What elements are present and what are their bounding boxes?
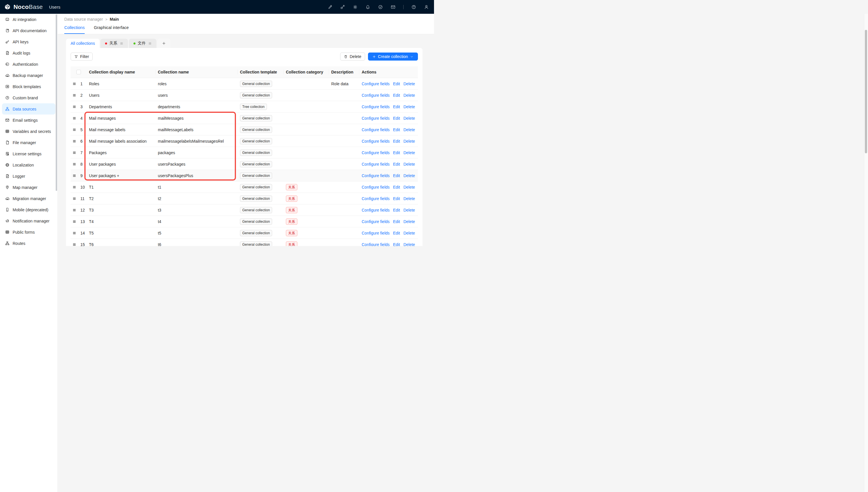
action-delete[interactable]: Delete xyxy=(403,208,415,213)
action-configure-fields[interactable]: Configure fields xyxy=(362,185,390,190)
menu-icon[interactable] xyxy=(148,42,152,45)
drag-handle-icon[interactable] xyxy=(71,174,78,178)
menu-icon[interactable] xyxy=(120,42,123,45)
action-configure-fields[interactable]: Configure fields xyxy=(362,139,390,144)
action-delete[interactable]: Delete xyxy=(403,231,415,236)
sidebar-item-variables-and-secrets[interactable]: Variables and secrets xyxy=(2,126,55,137)
action-edit[interactable]: Edit xyxy=(393,93,400,98)
action-delete[interactable]: Delete xyxy=(403,242,415,246)
delete-button[interactable]: Delete xyxy=(340,52,365,60)
sidebar-item-api-keys[interactable]: API keys xyxy=(2,36,55,47)
create-collection-button[interactable]: Create collection xyxy=(368,52,418,60)
highlighter-icon[interactable] xyxy=(327,5,332,9)
action-edit[interactable]: Edit xyxy=(393,81,400,86)
action-edit[interactable]: Edit xyxy=(393,173,400,178)
action-delete[interactable]: Delete xyxy=(403,173,415,178)
drag-handle-icon[interactable] xyxy=(71,82,78,86)
action-delete[interactable]: Delete xyxy=(403,150,415,155)
sidebar-item-file-manager[interactable]: File manager xyxy=(2,137,55,148)
sidebar-item-backup-manager[interactable]: Backup manager xyxy=(2,70,55,81)
action-edit[interactable]: Edit xyxy=(393,196,400,201)
action-delete[interactable]: Delete xyxy=(403,185,415,190)
sidebar-item-authentication[interactable]: Authentication xyxy=(2,58,55,70)
sidebar-item-map-manager[interactable]: Map manager xyxy=(2,182,55,193)
action-configure-fields[interactable]: Configure fields xyxy=(362,231,390,236)
action-edit[interactable]: Edit xyxy=(393,242,400,246)
action-configure-fields[interactable]: Configure fields xyxy=(362,208,390,213)
category-tab-all-collections[interactable]: All collections xyxy=(66,39,100,48)
action-configure-fields[interactable]: Configure fields xyxy=(362,93,390,98)
drag-handle-icon[interactable] xyxy=(71,220,78,224)
sidebar-item-notification-manager[interactable]: Notification manager xyxy=(2,215,55,226)
action-configure-fields[interactable]: Configure fields xyxy=(362,104,390,109)
question-circle-icon[interactable] xyxy=(411,5,416,9)
action-configure-fields[interactable]: Configure fields xyxy=(362,173,390,178)
action-edit[interactable]: Edit xyxy=(393,139,400,144)
action-configure-fields[interactable]: Configure fields xyxy=(362,242,390,246)
action-edit[interactable]: Edit xyxy=(393,150,400,155)
action-delete[interactable]: Delete xyxy=(403,162,415,167)
add-category-tab[interactable] xyxy=(157,39,171,48)
drag-handle-icon[interactable] xyxy=(71,243,78,246)
category-tab-关系[interactable]: 关系 xyxy=(100,39,128,48)
sidebar-item-mobile-deprecated[interactable]: Mobile (deprecated) xyxy=(2,204,55,215)
action-configure-fields[interactable]: Configure fields xyxy=(362,162,390,167)
sidebar-item-public-forms[interactable]: Public forms xyxy=(2,226,55,238)
drag-handle-icon[interactable] xyxy=(71,128,78,132)
action-configure-fields[interactable]: Configure fields xyxy=(362,127,390,132)
action-delete[interactable]: Delete xyxy=(403,116,415,121)
action-delete[interactable]: Delete xyxy=(403,139,415,144)
user-icon[interactable] xyxy=(424,5,429,9)
sidebar-item-audit-logs[interactable]: Audit logs xyxy=(2,47,55,58)
action-edit[interactable]: Edit xyxy=(393,185,400,190)
sidebar-item-custom-brand[interactable]: Custom brand xyxy=(2,92,55,103)
action-edit[interactable]: Edit xyxy=(393,219,400,224)
action-configure-fields[interactable]: Configure fields xyxy=(362,196,390,201)
sidebar-item-routes[interactable]: Routes xyxy=(2,238,55,246)
plug-icon[interactable] xyxy=(340,5,345,9)
sidebar-item-block-templates[interactable]: Block templates xyxy=(2,81,55,92)
action-edit[interactable]: Edit xyxy=(393,116,400,121)
action-configure-fields[interactable]: Configure fields xyxy=(362,219,390,224)
filter-button[interactable]: Filter xyxy=(71,52,93,60)
gear-icon[interactable] xyxy=(353,5,358,9)
sidebar-item-api-documentation[interactable]: API documentation xyxy=(2,25,55,36)
sidebar-scrollbar[interactable] xyxy=(56,14,57,191)
action-edit[interactable]: Edit xyxy=(393,231,400,236)
select-all-checkbox[interactable] xyxy=(76,70,81,74)
action-edit[interactable]: Edit xyxy=(393,104,400,109)
action-configure-fields[interactable]: Configure fields xyxy=(362,81,390,86)
action-delete[interactable]: Delete xyxy=(403,81,415,86)
sidebar-item-data-sources[interactable]: Data sources xyxy=(2,103,55,115)
action-delete[interactable]: Delete xyxy=(403,219,415,224)
drag-handle-icon[interactable] xyxy=(71,116,78,120)
sidebar-item-migration-manager[interactable]: Migration manager xyxy=(2,193,55,204)
sidebar-item-localization[interactable]: Localization xyxy=(2,159,55,171)
drag-handle-icon[interactable] xyxy=(71,185,78,189)
breadcrumb-parent[interactable]: Data source manager xyxy=(64,17,103,22)
drag-handle-icon[interactable] xyxy=(71,197,78,201)
sidebar-item-ai-integration[interactable]: AI integration xyxy=(2,14,55,25)
action-delete[interactable]: Delete xyxy=(403,104,415,109)
drag-handle-icon[interactable] xyxy=(71,231,78,235)
drag-handle-icon[interactable] xyxy=(71,151,78,155)
action-edit[interactable]: Edit xyxy=(393,127,400,132)
drag-handle-icon[interactable] xyxy=(71,162,78,166)
sidebar-item-logger[interactable]: Logger xyxy=(2,171,55,182)
drag-handle-icon[interactable] xyxy=(71,139,78,143)
topbar-nav-users[interactable]: Users xyxy=(49,5,60,9)
action-edit[interactable]: Edit xyxy=(393,162,400,167)
sidebar-item-email-settings[interactable]: Email settings xyxy=(2,115,55,126)
category-tab-文件[interactable]: 文件 xyxy=(129,39,156,48)
nocobase-logo[interactable]: NocoBase xyxy=(0,3,43,10)
drag-handle-icon[interactable] xyxy=(71,93,78,97)
action-delete[interactable]: Delete xyxy=(403,127,415,132)
action-configure-fields[interactable]: Configure fields xyxy=(362,116,390,121)
tab-graphical-interface[interactable]: Graphical interface xyxy=(94,25,129,34)
drag-handle-icon[interactable] xyxy=(71,105,78,109)
sidebar-item-license-settings[interactable]: License settings xyxy=(2,148,55,159)
bell-icon[interactable] xyxy=(365,5,370,9)
action-delete[interactable]: Delete xyxy=(403,196,415,201)
mail-icon[interactable] xyxy=(391,5,396,9)
action-edit[interactable]: Edit xyxy=(393,208,400,213)
